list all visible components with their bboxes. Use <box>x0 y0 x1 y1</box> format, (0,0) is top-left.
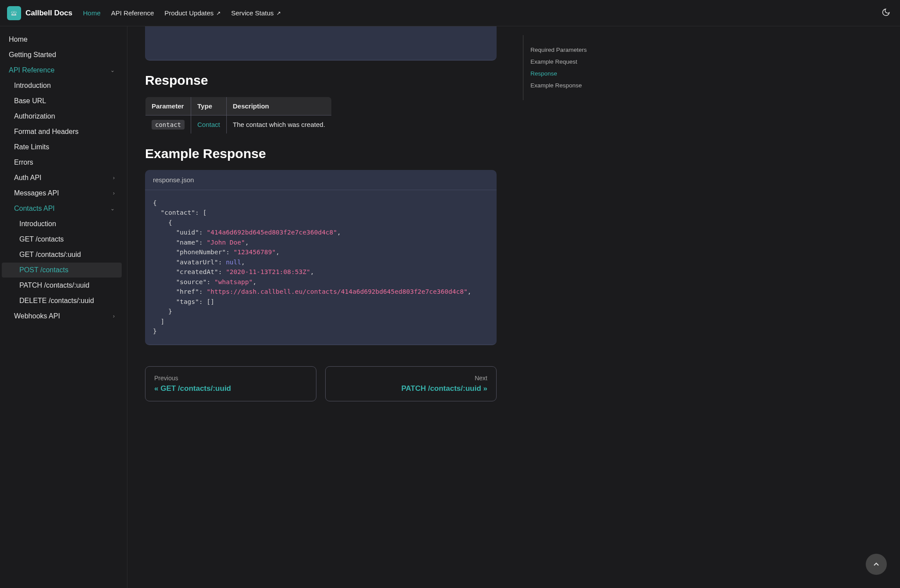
next-label: Next <box>334 375 487 382</box>
sidebar-item-errors[interactable]: Errors <box>2 155 122 170</box>
sidebar-item-base-url[interactable]: Base URL <box>2 94 122 108</box>
logo-icon: 🛎 <box>7 6 21 20</box>
main-content: Response Parameter Type Description cont… <box>127 26 514 588</box>
sidebar-item-authorization[interactable]: Authorization <box>2 109 122 124</box>
prev-page-button[interactable]: Previous « GET /contacts/:uuid <box>145 366 316 401</box>
param-description: The contact which was created. <box>226 115 331 134</box>
sidebar-item-delete-contact[interactable]: DELETE /contacts/:uuid <box>2 293 122 308</box>
sidebar-item-home[interactable]: Home <box>2 32 122 47</box>
th-type: Type <box>191 97 227 115</box>
nav-api-reference[interactable]: API Reference <box>111 9 154 17</box>
type-link[interactable]: Contact <box>197 121 220 128</box>
sidebar-item-get-contact[interactable]: GET /contacts/:uuid <box>2 247 122 262</box>
sidebar-item-format[interactable]: Format and Headers <box>2 124 122 139</box>
top-nav: Home API Reference Product Updates ↗ Ser… <box>83 9 281 17</box>
chevron-right-icon: › <box>113 175 115 181</box>
header: 🛎 Callbell Docs Home API Reference Produ… <box>0 0 900 26</box>
th-description: Description <box>226 97 331 115</box>
code-block: response.json { "contact": [ { "uuid": "… <box>145 170 497 345</box>
sidebar-item-contacts-intro[interactable]: Introduction <box>2 216 122 231</box>
table-row: contact Contact The contact which was cr… <box>145 115 332 134</box>
sidebar-item-api-reference[interactable]: API Reference ⌄ <box>2 63 122 78</box>
toc-example-response[interactable]: Example Response <box>530 79 621 91</box>
pagination: Previous « GET /contacts/:uuid Next PATC… <box>145 366 497 401</box>
toc-required-parameters[interactable]: Required Parameters <box>530 44 621 56</box>
next-title: PATCH /contacts/:uuid » <box>334 384 487 393</box>
chevron-up-icon <box>872 560 881 569</box>
heading-example-response: Example Response <box>145 146 497 161</box>
heading-response: Response <box>145 73 497 88</box>
logo[interactable]: 🛎 Callbell Docs <box>7 6 73 20</box>
nav-home[interactable]: Home <box>83 9 101 17</box>
sidebar-item-introduction[interactable]: Introduction <box>2 78 122 93</box>
scroll-to-top-button[interactable] <box>866 554 887 575</box>
sidebar-item-webhooks-api[interactable]: Webhooks API › <box>2 309 122 324</box>
response-table: Parameter Type Description contact Conta… <box>145 97 332 134</box>
logo-text: Callbell Docs <box>25 9 73 18</box>
code-body: { "contact": [ { "uuid": "414a6d692bd645… <box>145 190 497 344</box>
sidebar-item-getting-started[interactable]: Getting Started <box>2 47 122 62</box>
table-of-contents: Required Parameters Example Request Resp… <box>523 35 628 100</box>
chevron-right-icon: › <box>113 190 115 196</box>
nav-product-updates[interactable]: Product Updates ↗ <box>164 9 221 17</box>
code-title: response.json <box>145 170 497 190</box>
nav-service-status[interactable]: Service Status ↗ <box>231 9 281 17</box>
chevron-down-icon: ⌄ <box>110 206 115 212</box>
code-block-top <box>145 26 497 61</box>
sidebar-item-messages-api[interactable]: Messages API › <box>2 186 122 201</box>
sidebar-item-patch-contact[interactable]: PATCH /contacts/:uuid <box>2 278 122 293</box>
chevron-down-icon: ⌄ <box>110 67 115 73</box>
external-link-icon: ↗ <box>216 10 221 16</box>
sidebar: Home Getting Started API Reference ⌄ Int… <box>0 26 127 588</box>
sidebar-item-post-contacts[interactable]: POST /contacts <box>2 263 122 278</box>
sidebar-item-contacts-api[interactable]: Contacts API ⌄ <box>2 201 122 216</box>
next-page-button[interactable]: Next PATCH /contacts/:uuid » <box>325 366 497 401</box>
moon-icon <box>882 8 890 17</box>
external-link-icon: ↗ <box>276 10 281 16</box>
sidebar-item-auth-api[interactable]: Auth API › <box>2 170 122 185</box>
prev-label: Previous <box>154 375 307 382</box>
sidebar-item-rate-limits[interactable]: Rate Limits <box>2 140 122 155</box>
theme-toggle[interactable] <box>879 5 893 21</box>
sidebar-item-get-contacts[interactable]: GET /contacts <box>2 232 122 247</box>
toc-example-request[interactable]: Example Request <box>530 56 621 68</box>
chevron-right-icon: › <box>113 313 115 319</box>
param-name: contact <box>152 120 185 130</box>
prev-title: « GET /contacts/:uuid <box>154 384 307 393</box>
toc-response[interactable]: Response <box>530 68 621 79</box>
th-parameter: Parameter <box>145 97 191 115</box>
